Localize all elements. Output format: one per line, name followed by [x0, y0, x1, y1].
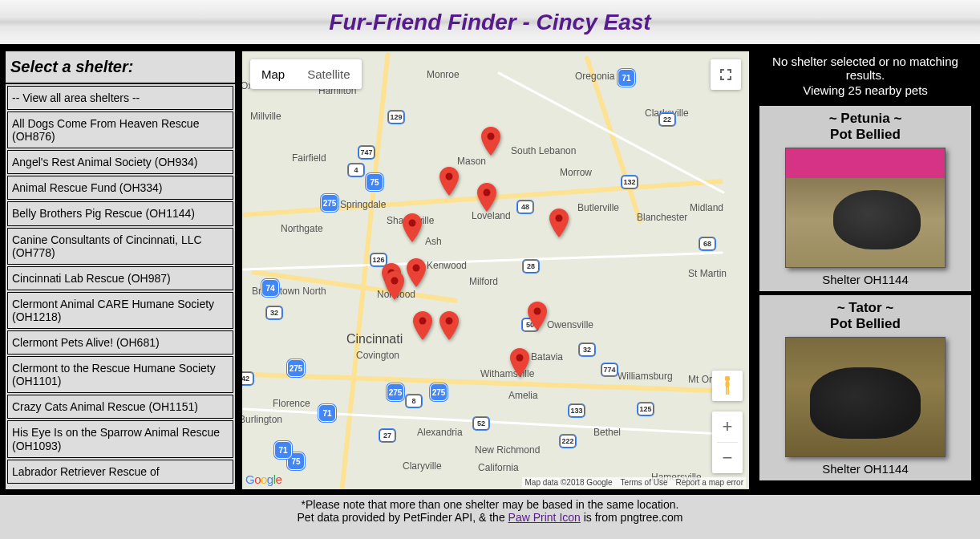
map-pin[interactable]: [385, 271, 404, 300]
shelter-item[interactable]: Clermont Pets Alive! (OH681): [7, 330, 233, 355]
map-city-label: Batavia: [531, 351, 563, 363]
results-status: No shelter selected or no matching resul…: [756, 51, 974, 83]
streetview-pegman[interactable]: [712, 371, 743, 401]
map-city-label: St Martin: [688, 268, 727, 279]
pet-photo: [785, 148, 946, 268]
map-pin[interactable]: [510, 348, 529, 377]
route-shield: 74: [261, 279, 279, 297]
zoom-in-button[interactable]: +: [712, 411, 743, 442]
map-canvas[interactable]: CincinnatiCovingtonHamiltonOxfordMillvil…: [242, 51, 749, 489]
route-shield: 129: [388, 111, 404, 124]
map-city-label: Alexandria: [417, 427, 463, 438]
map-container[interactable]: CincinnatiCovingtonHamiltonOxfordMillvil…: [241, 50, 751, 491]
route-shield: 75: [366, 173, 383, 191]
paw-print-link[interactable]: Paw Print Icon: [508, 511, 581, 524]
pet-shelter: Shelter OH1144: [763, 462, 968, 476]
map-city-label: Williamsburg: [618, 371, 673, 382]
svg-point-3: [556, 215, 563, 222]
fullscreen-icon: [719, 68, 732, 81]
map-city-label: Midland: [690, 202, 723, 213]
svg-point-5: [413, 265, 420, 272]
map-type-map-button[interactable]: Map: [250, 59, 296, 89]
map-data-text: Map data ©2018 Google: [524, 478, 612, 487]
svg-point-0: [488, 133, 495, 140]
svg-rect-13: [726, 381, 730, 387]
route-shield: 275: [430, 383, 447, 401]
map-city-label: Oregonia: [575, 71, 614, 82]
route-shield: 747: [358, 146, 375, 159]
map-city-label: Monroe: [427, 69, 460, 80]
svg-point-11: [516, 355, 524, 362]
fullscreen-button[interactable]: [711, 59, 741, 90]
svg-rect-15: [727, 387, 729, 395]
route-shield: 48: [517, 201, 533, 213]
svg-point-1: [446, 173, 453, 180]
shelter-item[interactable]: Belly Brothers Pig Rescue (OH1144): [7, 201, 233, 225]
map-pin[interactable]: [549, 209, 569, 237]
map-city-label: Ash: [425, 236, 442, 247]
shelter-item[interactable]: Canine Consultants of Cincinnati, LLC (O…: [7, 228, 233, 265]
map-city-label: Northgate: [281, 223, 323, 234]
route-shield: 22: [659, 113, 675, 126]
map-type-switch: Map Satellite: [250, 59, 362, 89]
map-city-label: Milford: [469, 276, 498, 287]
shelter-item[interactable]: -- View all area shelters --: [7, 86, 233, 110]
route-shield: 32: [579, 343, 595, 356]
pet-breed: Pot Bellied: [763, 316, 968, 332]
pet-card[interactable]: ~ Tator ~Pot BelliedShelter OH1144: [759, 295, 971, 480]
map-city-label: Florence: [273, 398, 310, 409]
map-city-label: Fairfield: [292, 152, 326, 164]
map-city-label: Millville: [250, 111, 281, 122]
map-pin[interactable]: [481, 127, 500, 156]
shelter-item[interactable]: Crazy Cats Animal Rescue (OH1151): [7, 395, 233, 419]
shelter-item[interactable]: All Dogs Come From Heaven Rescue (OH876): [7, 111, 233, 148]
route-shield: 125: [638, 403, 654, 415]
svg-point-7: [391, 278, 399, 285]
shelter-item[interactable]: Animal Rescue Fund (OH334): [7, 176, 233, 200]
shelter-sidebar[interactable]: Select a shelter: -- View all area shelt…: [4, 50, 237, 491]
pet-list: ~ Petunia ~Pot BelliedShelter OH1144~ Ta…: [756, 106, 974, 480]
map-city-label: Cincinnati: [346, 332, 403, 346]
zoom-out-button[interactable]: −: [712, 443, 743, 473]
map-pin[interactable]: [403, 213, 422, 242]
map-report-link[interactable]: Report a map error: [676, 478, 743, 487]
map-city-label: South Lebanon: [511, 145, 576, 156]
route-shield: 52: [473, 417, 489, 430]
pet-card[interactable]: ~ Petunia ~Pot BelliedShelter OH1144: [759, 106, 971, 291]
app-header: Fur-Friend Finder - Cincy East: [0, 0, 980, 46]
svg-point-12: [725, 376, 730, 381]
route-shield: 222: [560, 435, 576, 448]
map-attribution: Map data ©2018 Google Terms of Use Repor…: [522, 477, 746, 488]
shelter-item[interactable]: Clermont Animal CARE Humane Society (OH1…: [7, 292, 233, 329]
map-city-label: Kenwood: [427, 260, 467, 271]
sidebar-title: Select a shelter:: [6, 51, 235, 84]
shelter-item[interactable]: Labrador Retriever Rescue of: [7, 460, 233, 484]
map-city-label: Claryville: [403, 460, 442, 472]
footer: *Please note that more than one shelter …: [0, 495, 980, 531]
shelter-item[interactable]: Cincinnati Lab Rescue (OH987): [7, 266, 233, 290]
map-pin[interactable]: [477, 183, 496, 212]
shelter-item[interactable]: His Eye Is on the Sparrow Animal Rescue …: [7, 420, 233, 457]
footer-note: *Please note that more than one shelter …: [0, 498, 980, 511]
map-pin[interactable]: [528, 302, 547, 330]
route-shield: 71: [318, 404, 336, 422]
map-pin[interactable]: [413, 311, 432, 340]
route-shield: 8: [406, 395, 422, 407]
map-city-label: Springdale: [340, 199, 386, 210]
map-pin[interactable]: [439, 311, 459, 340]
route-shield: 133: [569, 404, 585, 417]
map-city-label: Morrow: [560, 167, 592, 178]
route-shield: 71: [274, 441, 292, 459]
results-sidebar[interactable]: No shelter selected or no matching resul…: [755, 50, 976, 491]
map-city-label: Blanchester: [637, 212, 687, 223]
map-pin[interactable]: [407, 258, 426, 287]
shelter-item[interactable]: Clermont to the Rescue Humane Society (O…: [7, 356, 233, 393]
pet-shelter: Shelter OH1144: [763, 273, 968, 286]
shelter-item[interactable]: Angel's Rest Animal Society (OH934): [7, 150, 233, 174]
map-type-satellite-button[interactable]: Satellite: [296, 59, 361, 89]
pegman-icon: [719, 375, 735, 396]
google-logo: Google: [245, 472, 281, 486]
map-pin[interactable]: [439, 167, 459, 196]
svg-point-9: [446, 318, 453, 325]
map-terms-link[interactable]: Terms of Use: [621, 478, 668, 487]
